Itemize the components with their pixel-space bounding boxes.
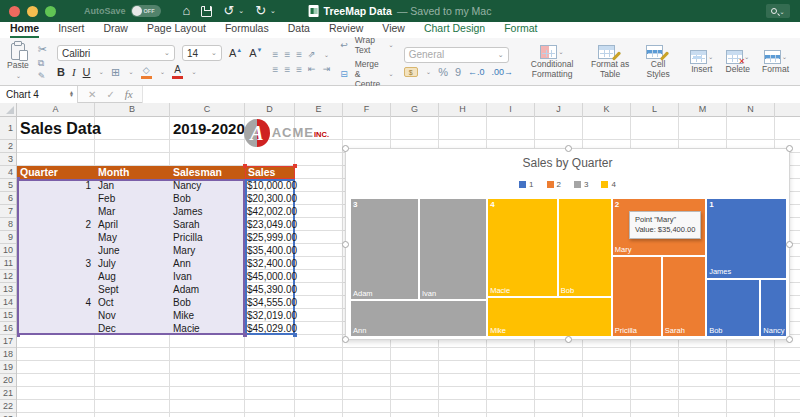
row-header-22[interactable]: 22 <box>0 400 16 413</box>
increase-indent-icon[interactable]: ⇥ <box>323 65 331 74</box>
column-header-J[interactable]: J <box>535 103 583 117</box>
cell-month[interactable]: Aug <box>98 270 116 283</box>
autosave-control[interactable]: AutoSave OFF <box>84 5 161 17</box>
tab-chart-design[interactable]: Chart Design <box>424 22 485 38</box>
row-header-11[interactable]: 11 <box>0 257 16 270</box>
insert-cells-button[interactable]: ⌄ Insert <box>687 50 716 75</box>
cell-month[interactable]: Sept <box>98 283 119 296</box>
cell-c1-period[interactable]: 2019-2020 <box>173 117 245 140</box>
autosave-toggle[interactable]: OFF <box>131 5 161 17</box>
align-middle-icon[interactable]: ≡ <box>284 49 289 60</box>
conditional-formatting-button[interactable]: ⌄ Conditional Formatting <box>523 45 581 80</box>
cell-sales[interactable]: $45,390.00 <box>247 283 291 296</box>
column-header-F[interactable]: F <box>343 103 391 117</box>
paste-button[interactable]: Paste ⌄ <box>4 43 32 81</box>
close-window-button[interactable] <box>9 6 20 17</box>
row-header-19[interactable]: 19 <box>0 361 16 374</box>
cell-salesman[interactable]: Mary <box>173 244 195 257</box>
row-header-2[interactable]: 2 <box>0 140 16 153</box>
cell-month[interactable]: Jan <box>98 179 114 192</box>
formula-input[interactable] <box>142 86 800 103</box>
font-name-select[interactable]: Calibri⌄ <box>57 45 175 61</box>
cell-month[interactable]: Mar <box>98 205 115 218</box>
cell-month[interactable]: May <box>98 231 117 244</box>
treemap-tile-macie[interactable]: Macie4 <box>487 198 558 297</box>
column-header-N[interactable]: N <box>727 103 775 117</box>
cell-salesman[interactable]: Adam <box>173 283 199 296</box>
treemap-tile-nancy[interactable]: Nancy <box>760 279 787 337</box>
cell-salesman[interactable]: Mike <box>173 309 194 322</box>
cell-month[interactable]: Nov <box>98 309 116 322</box>
row-header-21[interactable]: 21 <box>0 387 16 400</box>
treemap-tile-mike[interactable]: Mike <box>487 297 612 337</box>
chart-resize-handle[interactable] <box>786 145 793 152</box>
column-header-K[interactable]: K <box>583 103 631 117</box>
chart-resize-handle[interactable] <box>342 336 349 343</box>
wrap-text-button[interactable]: ↩ Wrap Text ⌄ <box>340 35 394 55</box>
table-header-month[interactable]: Month <box>95 166 170 179</box>
cell-sales[interactable]: $45,029.00 <box>247 322 291 335</box>
column-header-G[interactable]: G <box>391 103 439 117</box>
font-color-button[interactable]: A <box>172 65 183 79</box>
row-header-16[interactable]: 16 <box>0 322 16 335</box>
minimize-window-button[interactable] <box>27 6 38 17</box>
row-header-6[interactable]: 6 <box>0 192 16 205</box>
cell-sales[interactable]: $23,049.00 <box>247 218 291 231</box>
increase-font-icon[interactable]: A▲ <box>229 47 242 59</box>
treemap-tile-pricilla[interactable]: Pricilla <box>612 256 662 337</box>
cell-styles-button[interactable]: ⌄ Cell Styles <box>639 45 677 80</box>
legend-item-4[interactable]: 4 <box>601 180 615 189</box>
confirm-entry-icon[interactable]: ✓ <box>106 89 114 100</box>
cell-salesman[interactable]: Bob <box>173 296 191 309</box>
legend-item-3[interactable]: 3 <box>574 180 588 189</box>
row-header-4[interactable]: 4 <box>0 166 16 179</box>
row-header-20[interactable]: 20 <box>0 374 16 387</box>
table-header-quarter[interactable]: Quarter <box>17 166 95 179</box>
cell-salesman[interactable]: Ann <box>173 257 191 270</box>
fill-color-button[interactable]: ◇ <box>141 66 152 79</box>
cell-sales[interactable]: $32,019.00 <box>247 309 291 322</box>
column-header-I[interactable]: I <box>487 103 535 117</box>
cell-sales[interactable]: $25,999.00 <box>247 231 291 244</box>
select-all-corner[interactable] <box>0 103 17 117</box>
cell-salesman[interactable]: Pricilla <box>173 231 202 244</box>
tab-draw[interactable]: Draw <box>103 22 128 38</box>
cell-sales[interactable]: $35,400.00 <box>247 244 291 257</box>
cancel-entry-icon[interactable]: ✕ <box>88 89 96 100</box>
row-header-1[interactable]: 1 <box>0 117 16 140</box>
insert-function-icon[interactable]: fx <box>125 88 133 100</box>
font-size-select[interactable]: 14⌄ <box>182 45 222 61</box>
home-icon[interactable]: ⌂ <box>183 0 191 22</box>
undo-icon[interactable]: ↺ <box>223 0 234 22</box>
align-left-icon[interactable]: ≡ <box>273 64 278 75</box>
treemap-tile-james[interactable]: James1 <box>706 198 787 279</box>
cell-month[interactable]: July <box>98 257 116 270</box>
column-header-M[interactable]: M <box>679 103 727 117</box>
chart-title[interactable]: Sales by Quarter <box>346 156 789 170</box>
cell-a1-title[interactable]: Sales Data <box>20 117 101 140</box>
zoom-window-button[interactable] <box>45 6 56 17</box>
cell-quarter[interactable]: 4 <box>17 296 91 309</box>
row-header-14[interactable]: 14 <box>0 296 16 309</box>
name-box[interactable]: Chart 4 ▲▼ <box>0 86 78 103</box>
format-as-table-button[interactable]: ⌄ Format as Table <box>587 45 633 80</box>
merge-centre-button[interactable]: ⊟ Merge & Centre ⌄ <box>340 59 394 89</box>
decrease-indent-icon[interactable]: ⇤ <box>308 65 316 74</box>
row-header-18[interactable]: 18 <box>0 348 16 361</box>
column-header-D[interactable]: D <box>245 103 295 117</box>
table-header-salesman[interactable]: Salesman <box>170 166 245 179</box>
borders-icon[interactable]: ⊞ <box>111 67 120 78</box>
row-header-15[interactable]: 15 <box>0 309 16 322</box>
underline-button[interactable]: U <box>83 66 91 78</box>
column-header-H[interactable]: H <box>439 103 487 117</box>
number-format-select[interactable]: General⌄ <box>404 47 509 63</box>
chart-resize-handle[interactable] <box>565 336 572 343</box>
cell-month[interactable]: Oct <box>98 296 114 309</box>
redo-icon[interactable]: ↻ <box>255 0 266 22</box>
cell-month[interactable]: Dec <box>98 322 116 335</box>
column-header-L[interactable]: L <box>631 103 679 117</box>
name-box-stepper[interactable]: ▲▼ <box>69 91 74 97</box>
align-center-icon[interactable]: ≡ <box>284 64 289 75</box>
chart-resize-handle[interactable] <box>786 336 793 343</box>
cell-sales[interactable]: $45,000.00 <box>247 270 291 283</box>
